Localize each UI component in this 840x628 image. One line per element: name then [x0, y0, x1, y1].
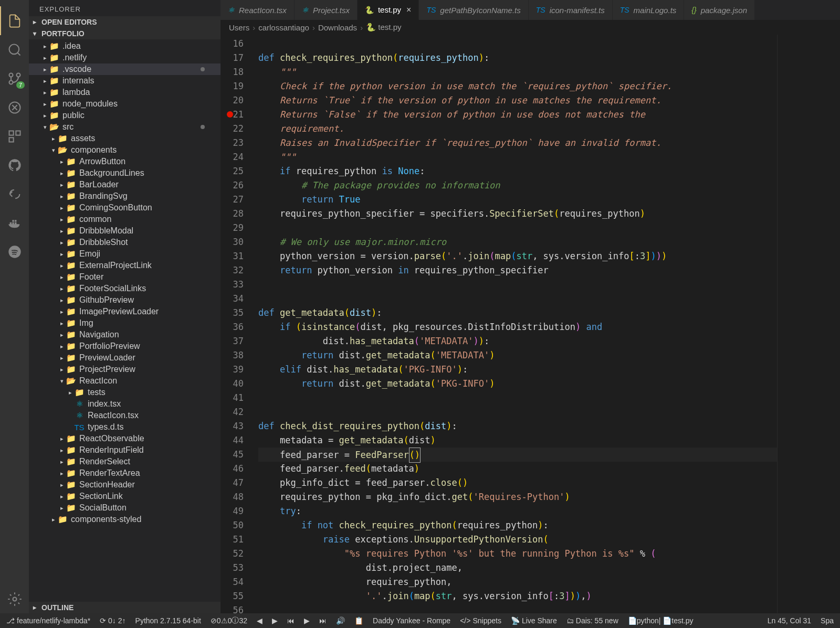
svg-rect-6	[16, 131, 20, 135]
nav-back[interactable]: ◀	[257, 616, 262, 625]
tree-item-dribbbleshot[interactable]: ▸📁DribbbleShot	[29, 237, 220, 248]
nav-fwd[interactable]: ▶	[272, 616, 278, 625]
lyrics-icon[interactable]: 📋	[354, 616, 363, 625]
statusbar: ⎇ feature/netlify-lambda* ⟳ 0↓ 2↑ Python…	[0, 613, 840, 628]
open-editors-section[interactable]: ▸OPEN EDITORS	[29, 16, 220, 28]
spotify-next[interactable]: ⏭	[319, 616, 327, 625]
tree-item-portfoliopreview[interactable]: ▸📁PortfolioPreview	[29, 340, 220, 352]
extensions-icon[interactable]	[0, 122, 29, 151]
tree-item-dribbblemodal[interactable]: ▸📁DribbbleModal	[29, 225, 220, 237]
tree-item--netlify[interactable]: ▸📁.netlify	[29, 52, 220, 63]
line-gutter: 1617181920212223242526272829303132333435…	[220, 35, 258, 613]
now-playing[interactable]: Daddy Yankee - Rompe	[373, 616, 450, 625]
tree-item-types-d-ts[interactable]: TStypes.d.ts	[29, 421, 220, 433]
tree-item-renderselect[interactable]: ▸📁RenderSelect	[29, 456, 220, 467]
tab-test-py[interactable]: 🐍test.py×	[358, 0, 419, 20]
tree-item-img[interactable]: ▸📁Img	[29, 317, 220, 329]
tab-getpathbyiconname-ts[interactable]: TSgetPathByIconName.ts	[419, 0, 528, 20]
snippets[interactable]: </> Snippets	[460, 616, 501, 625]
github-icon[interactable]	[0, 151, 29, 179]
tree-item-emoji[interactable]: ▸📁Emoji	[29, 248, 220, 260]
tree-item-index-tsx[interactable]: ⚛index.tsx	[29, 398, 220, 410]
breadcrumb-item[interactable]: Users	[229, 23, 249, 32]
tree-item-imagepreviewloader[interactable]: ▸📁ImagePreviewLoader	[29, 306, 220, 317]
outline-section[interactable]: ▸OUTLINE	[29, 602, 220, 613]
docker-icon[interactable]	[0, 208, 29, 237]
file-tree: ▸📁.idea▸📁.netlify▸📁.vscode▸📁internals▸📁l…	[29, 39, 220, 602]
python-version[interactable]: Python 2.7.15 64-bit	[135, 616, 201, 625]
spotify-icon[interactable]	[0, 237, 29, 266]
debug-icon[interactable]	[0, 93, 29, 122]
explorer-icon[interactable]	[0, 6, 29, 35]
dais-status[interactable]: 🗂 Dais: 55 new	[566, 616, 618, 625]
lang-status[interactable]: 📄 python | 📄 test.py	[628, 616, 694, 625]
settings-gear-icon[interactable]	[0, 584, 29, 613]
tree-item-components[interactable]: ▾📂components	[29, 144, 220, 156]
sidebar-title: EXPLORER	[29, 0, 220, 16]
tree-item-sectionheader[interactable]: ▸📁SectionHeader	[29, 479, 220, 491]
cursor-position[interactable]: Ln 45, Col 31	[768, 616, 811, 625]
breakpoint-icon[interactable]	[227, 111, 233, 118]
tab-icon-manifest-ts[interactable]: TSicon-manifest.ts	[529, 0, 613, 20]
project-section[interactable]: ▾PORTFOLIO	[29, 28, 220, 39]
tree-item-barloader[interactable]: ▸📁BarLoader	[29, 179, 220, 190]
svg-point-0	[9, 44, 19, 54]
tree-item-arrowbutton[interactable]: ▸📁ArrowButton	[29, 156, 220, 167]
tab-mainlogo-ts[interactable]: TSmainLogo.ts	[613, 0, 685, 20]
tree-item-rendertextarea[interactable]: ▸📁RenderTextArea	[29, 467, 220, 479]
tree-item-tests[interactable]: ▸📁tests	[29, 387, 220, 398]
tree-item-socialbutton[interactable]: ▸📁SocialButton	[29, 502, 220, 514]
tree-item--vscode[interactable]: ▸📁.vscode	[29, 63, 220, 75]
share-icon[interactable]	[0, 179, 29, 208]
tree-item-public[interactable]: ▸📁public	[29, 110, 220, 121]
tree-item-common[interactable]: ▸📁common	[29, 214, 220, 225]
branch-status[interactable]: ⎇ feature/netlify-lambda*	[6, 616, 90, 625]
tree-item-projectpreview[interactable]: ▸📁ProjectPreview	[29, 364, 220, 375]
code-editor[interactable]: def check_requires_python(requires_pytho…	[258, 35, 777, 613]
tree-item-githubpreview[interactable]: ▸📁GithubPreview	[29, 294, 220, 306]
sidebar: EXPLORER ▸OPEN EDITORS ▾PORTFOLIO ▸📁.ide…	[29, 0, 220, 613]
minimap[interactable]	[777, 35, 840, 613]
breadcrumb-item[interactable]: carlossantiago	[258, 23, 309, 32]
tree-item-navigation[interactable]: ▸📁Navigation	[29, 329, 220, 340]
tree-item-sectionlink[interactable]: ▸📁SectionLink	[29, 491, 220, 502]
breadcrumb-item[interactable]: 🐍 test.py	[366, 23, 401, 32]
close-icon[interactable]: ×	[406, 5, 411, 15]
tree-item-reacticon-tsx[interactable]: ⚛ReactIcon.tsx	[29, 410, 220, 421]
tree-item-externalprojectlink[interactable]: ▸📁ExternalProjectLink	[29, 260, 220, 271]
breadcrumb-item[interactable]: Downloads	[318, 23, 357, 32]
tree-item-reacticon[interactable]: ▾📂ReactIcon	[29, 375, 220, 387]
tab-reacticon-tsx[interactable]: ⚛ReactIcon.tsx	[220, 0, 295, 20]
tree-item-internals[interactable]: ▸📁internals	[29, 75, 220, 87]
spotify-prev[interactable]: ⏮	[287, 616, 295, 625]
svg-point-2	[9, 80, 13, 84]
sync-status[interactable]: ⟳ 0↓ 2↑	[100, 616, 125, 625]
volume-icon[interactable]: 🔊	[336, 616, 345, 625]
tree-item-backgroundlines[interactable]: ▸📁BackgroundLines	[29, 167, 220, 179]
tree-item-footer[interactable]: ▸📁Footer	[29, 271, 220, 283]
tree-item-node_modules[interactable]: ▸📁node_modules	[29, 98, 220, 110]
source-control-icon[interactable]: 7	[0, 64, 29, 93]
tree-item-reactobservable[interactable]: ▸📁ReactObservable	[29, 433, 220, 444]
breadcrumb[interactable]: Users›carlossantiago›Downloads›🐍 test.py	[220, 20, 840, 35]
tree-item-footersociallinks[interactable]: ▸📁FooterSocialLinks	[29, 283, 220, 294]
tree-item-lambda[interactable]: ▸📁lambda	[29, 87, 220, 98]
tree-item-assets[interactable]: ▸📁assets	[29, 133, 220, 144]
tree-item-brandingsvg[interactable]: ▸📁BrandingSvg	[29, 190, 220, 202]
scm-badge: 7	[16, 81, 25, 89]
tree-item-components-styled[interactable]: ▸📁components-styled	[29, 514, 220, 525]
tree-item-previewloader[interactable]: ▸📁PreviewLoader	[29, 352, 220, 364]
problems-status[interactable]: ⊘ 0 ⚠ 0 ⓘ 32	[211, 616, 247, 625]
svg-point-3	[9, 73, 13, 77]
tree-item-src[interactable]: ▾📂src	[29, 121, 220, 133]
spaces-status[interactable]: Spa	[821, 616, 834, 625]
tree-item-renderinputfield[interactable]: ▸📁RenderInputField	[29, 444, 220, 456]
tab-project-tsx[interactable]: ⚛Project.tsx	[295, 0, 358, 20]
search-icon[interactable]	[0, 35, 29, 64]
tabs-row: ⚛ReactIcon.tsx⚛Project.tsx🐍test.py×TSget…	[220, 0, 840, 20]
tree-item-comingsoonbutton[interactable]: ▸📁ComingSoonButton	[29, 202, 220, 214]
spotify-play[interactable]: ▶	[304, 616, 310, 625]
tab-package-json[interactable]: {}package.json	[684, 0, 755, 20]
tree-item--idea[interactable]: ▸📁.idea	[29, 40, 220, 52]
live-share[interactable]: 📡 Live Share	[511, 616, 557, 625]
